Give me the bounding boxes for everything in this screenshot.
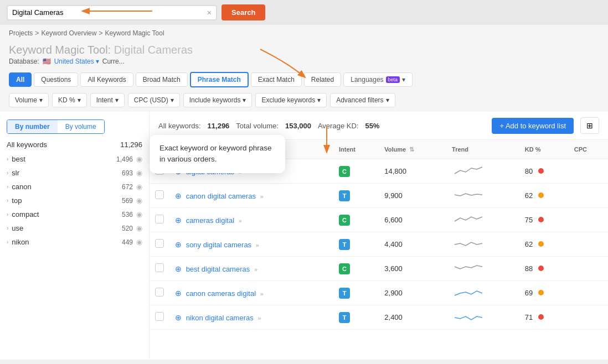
- keyword-link[interactable]: canon digital cameras: [186, 192, 256, 200]
- expand-icon[interactable]: »: [254, 266, 257, 273]
- tab-exact-match[interactable]: Exact Match: [251, 72, 302, 87]
- sidebar-count: 520: [122, 225, 133, 232]
- volume-cell: 14,800: [379, 159, 446, 184]
- col-volume[interactable]: Volume ⇅: [379, 140, 446, 159]
- filter-cpc[interactable]: CPC (USD) ▾: [128, 93, 180, 107]
- sidebar-item-compact[interactable]: › compact 536 ◉: [0, 207, 149, 221]
- table-row: ⊕ best digital cameras » C 3,600 88: [150, 257, 608, 281]
- stats-volume-value: 153,000: [285, 122, 311, 130]
- tooltip-text: Exact keyword or keyword phrase in vario…: [159, 144, 272, 163]
- expand-icon[interactable]: »: [256, 242, 259, 248]
- expand-icon[interactable]: »: [260, 193, 264, 200]
- table-row: ⊕ cameras digital » C 6,600 75: [150, 208, 608, 232]
- breadcrumb-keyword-overview[interactable]: Keyword Overview: [41, 29, 96, 37]
- eye-icon[interactable]: ◉: [136, 210, 142, 219]
- sidebar-toggle-header: By number By volume: [0, 116, 149, 137]
- eye-icon[interactable]: ◉: [136, 238, 142, 246]
- sidebar-label: nikon: [12, 238, 118, 246]
- filter-volume[interactable]: Volume ▾: [9, 93, 49, 107]
- tab-questions[interactable]: Questions: [34, 72, 78, 87]
- page-header: Keyword Magic Tool: Digital Cameras Data…: [0, 41, 608, 69]
- add-keyword-icon[interactable]: ⊕: [175, 191, 182, 200]
- keyword-link[interactable]: nikon digital cameras: [186, 314, 254, 322]
- sidebar-count: 693: [122, 169, 133, 177]
- search-input[interactable]: [12, 8, 204, 17]
- keyword-link[interactable]: sony digital cameras: [186, 241, 252, 249]
- kd-dot: [538, 168, 544, 174]
- expand-icon[interactable]: »: [239, 217, 242, 224]
- add-to-keyword-list-button[interactable]: + Add to keyword list: [492, 118, 574, 134]
- tab-broad-match[interactable]: Broad Match: [136, 72, 188, 87]
- volume-cell: 3,600: [379, 257, 446, 281]
- search-input-wrap: ×: [7, 5, 217, 20]
- add-keyword-icon[interactable]: ⊕: [175, 264, 182, 273]
- db-value[interactable]: United States ▾: [54, 58, 99, 65]
- filter-intent-label: Intent: [96, 96, 113, 104]
- row-checkbox[interactable]: [155, 215, 164, 223]
- sidebar-count: 1,496: [116, 155, 133, 163]
- add-keyword-icon[interactable]: ⊕: [175, 240, 182, 249]
- add-keyword-icon[interactable]: ⊕: [175, 289, 182, 298]
- kd-dot: [538, 241, 544, 247]
- breadcrumb-current: Keyword Magic Tool: [105, 29, 164, 37]
- tab-all[interactable]: All: [9, 72, 32, 87]
- add-keyword-icon[interactable]: ⊕: [175, 313, 182, 322]
- eye-icon[interactable]: ◉: [136, 196, 142, 205]
- eye-icon[interactable]: ◉: [136, 169, 142, 177]
- sidebar-item-slr[interactable]: › slr 693 ◉: [0, 166, 149, 180]
- tab-phrase-match[interactable]: Phrase Match: [190, 72, 249, 87]
- kd-cell: 62: [519, 184, 569, 208]
- sidebar-item-use[interactable]: › use 520 ◉: [0, 221, 149, 235]
- filter-intent[interactable]: Intent ▾: [90, 93, 125, 107]
- sidebar-item-best[interactable]: › best 1,496 ◉: [0, 152, 149, 166]
- by-number-button[interactable]: By number: [7, 120, 58, 133]
- chevron-down-icon: ▾: [317, 96, 321, 104]
- columns-button[interactable]: ⊞: [580, 117, 599, 134]
- chevron-down-icon: ▾: [96, 58, 99, 65]
- row-checkbox[interactable]: [155, 288, 164, 297]
- chevron-right-icon: ›: [7, 184, 8, 190]
- row-checkbox[interactable]: [155, 239, 164, 248]
- sidebar-count: 672: [122, 183, 133, 191]
- eye-icon[interactable]: ◉: [136, 155, 142, 163]
- filter-kd-label: KD %: [58, 96, 75, 104]
- keyword-link[interactable]: cameras digital: [186, 216, 234, 225]
- expand-icon[interactable]: »: [260, 290, 264, 297]
- cpc-cell: [569, 232, 608, 257]
- sidebar-item-canon[interactable]: › canon 672 ◉: [0, 180, 149, 194]
- filter-advanced[interactable]: Advanced filters ▾: [330, 93, 395, 107]
- sidebar-item-nikon[interactable]: › nikon 449 ◉: [0, 235, 149, 249]
- sidebar-count: 449: [122, 238, 133, 246]
- sidebar-item-top[interactable]: › top 569 ◉: [0, 194, 149, 207]
- breadcrumb-projects[interactable]: Projects: [9, 29, 33, 37]
- filter-kd[interactable]: KD % ▾: [52, 93, 87, 107]
- kd-dot: [538, 193, 544, 198]
- by-volume-button[interactable]: By volume: [58, 120, 104, 133]
- eye-icon[interactable]: ◉: [136, 224, 142, 232]
- add-keyword-icon[interactable]: ⊕: [175, 216, 182, 225]
- tab-languages[interactable]: Languages beta ▾: [343, 72, 413, 87]
- row-checkbox[interactable]: [155, 190, 164, 199]
- main-content: By number By volume All keywords 11,296 …: [0, 112, 608, 360]
- tab-all-keywords[interactable]: All Keywords: [80, 72, 133, 87]
- expand-icon[interactable]: »: [257, 315, 261, 321]
- row-checkbox[interactable]: [155, 312, 164, 321]
- row-checkbox[interactable]: [155, 263, 164, 272]
- table-row: ⊕ canon cameras digital » T 2,900 69: [150, 281, 608, 305]
- kd-cell: 69: [519, 281, 569, 305]
- keyword-link[interactable]: best digital cameras: [186, 265, 250, 273]
- keyword-link[interactable]: canon cameras digital: [186, 289, 256, 298]
- sidebar-all-label: All keywords: [7, 141, 47, 149]
- filter-include[interactable]: Include keywords ▾: [183, 93, 253, 107]
- breadcrumb-sep-2: >: [99, 29, 102, 37]
- chevron-down-icon: ▾: [115, 96, 118, 104]
- search-button[interactable]: Search: [221, 4, 265, 20]
- eye-icon[interactable]: ◉: [136, 183, 142, 191]
- col-cpc: CPC: [569, 140, 608, 159]
- filter-exclude[interactable]: Exclude keywords ▾: [255, 93, 327, 107]
- kd-dot: [538, 217, 544, 222]
- tab-related[interactable]: Related: [304, 72, 341, 87]
- close-icon[interactable]: ×: [207, 8, 212, 17]
- view-toggle: By number By volume: [7, 119, 105, 134]
- sidebar-all-count: 11,296: [120, 141, 142, 149]
